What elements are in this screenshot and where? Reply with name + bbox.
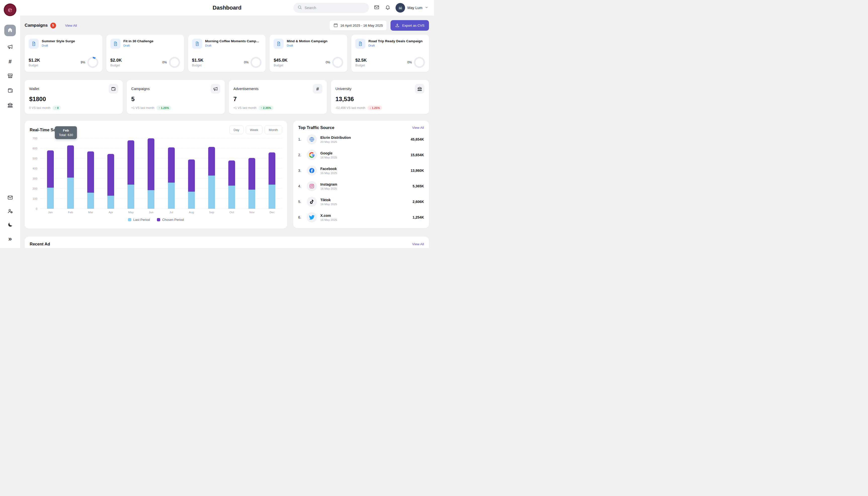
sidebar-item-store[interactable] (6, 72, 14, 80)
traffic-date: 16 May 2025 (320, 218, 409, 221)
stat-card-wallet[interactable]: Wallet $1800 0 VS last month ↑ 0 (25, 80, 123, 114)
chart-range-week[interactable]: Week (246, 125, 263, 134)
document-icon (110, 39, 121, 49)
sidebar-item-home[interactable] (4, 25, 16, 36)
chart-bar-oct[interactable] (222, 138, 242, 209)
megaphone-icon (211, 84, 220, 94)
chart-bar-jan[interactable] (40, 138, 60, 209)
campaign-budget: $2.0K (110, 58, 122, 63)
traffic-name: Google (320, 151, 407, 155)
chart-bar-sep[interactable] (201, 138, 222, 209)
campaign-budget: $1.2K (29, 58, 40, 63)
sidebar-item-dark-mode[interactable] (6, 221, 14, 229)
campaign-budget: $1.5K (192, 58, 203, 63)
sidebar-collapse-toggle[interactable]: » (6, 234, 14, 243)
y-tick-label: 500 (33, 157, 37, 160)
chart-range-month[interactable]: Month (265, 125, 282, 134)
search-input[interactable] (304, 6, 365, 10)
chosen-period-segment (188, 159, 195, 192)
campaign-card[interactable]: Fit in 30 Challenge Draft $2.0K Budget 0… (106, 35, 184, 72)
traffic-row[interactable]: 1. Elcrin Distribution 20 May 2025 45,65… (298, 131, 424, 147)
chart-bar-mar[interactable] (80, 138, 100, 209)
google-icon (307, 150, 317, 160)
traffic-view-all-link[interactable]: View All (412, 126, 424, 129)
campaign-card[interactable]: Summer Style Surge Draft $1.2K Budget 9% (25, 35, 102, 72)
y-tick-label: 600 (33, 147, 37, 150)
sidebar-item-account-settings[interactable] (6, 207, 14, 216)
chart-range-day[interactable]: Day (229, 125, 244, 134)
university-icon (7, 102, 13, 109)
stat-trend-badge: ↑ 0 (52, 106, 61, 110)
last-period-segment (249, 190, 255, 209)
campaign-card[interactable]: Mind & Motion Campaign Draft $45.0K Budg… (270, 35, 347, 72)
progress-ring (169, 57, 180, 68)
y-tick-label: 0 (36, 207, 37, 210)
last-period-segment (188, 192, 195, 209)
sidebar-item-advertisements[interactable]: # (6, 57, 14, 66)
user-menu[interactable]: ☠ May Lum (396, 3, 428, 13)
traffic-value: 1,254K (413, 215, 424, 219)
traffic-row[interactable]: 6. X.com 16 May 2025 1,254K (298, 210, 424, 225)
chart-bar-aug[interactable] (181, 138, 201, 209)
home-icon (7, 27, 13, 34)
page-title: Dashboard (213, 4, 242, 11)
moon-icon (7, 222, 13, 229)
export-cvs-button[interactable]: Export as CVS (391, 20, 429, 31)
last-period-segment (168, 183, 175, 209)
chart-bar-nov[interactable] (242, 138, 262, 209)
campaign-status: Draft (368, 44, 423, 47)
chart-bar-jul[interactable] (161, 138, 181, 209)
x-tick-label: May (121, 211, 141, 214)
campaign-status: Draft (42, 44, 75, 47)
sidebar-item-campaigns[interactable] (6, 43, 14, 51)
traffic-row[interactable]: 4. Instagram 16 May 2025 5,365K (298, 178, 424, 194)
stat-card-campaigns[interactable]: Campaigns 5 +1 VS last month ↑ 1.25% (127, 80, 225, 114)
chart-bar-apr[interactable] (101, 138, 121, 209)
chart-bar-dec[interactable] (262, 138, 282, 209)
top-traffic-card: Top Traffic Source View All 1. Elcrin Di… (293, 121, 429, 228)
y-tick-label: 200 (33, 187, 37, 190)
recent-ad-view-all-link[interactable]: View All (412, 242, 424, 246)
x-tick-label: Sep (201, 211, 222, 214)
date-range-button[interactable]: 16 April 2025 - 16 May 2025 (329, 20, 387, 31)
campaign-card[interactable]: Morning Coffee Moments Camp... Draft $1.… (188, 35, 266, 72)
campaigns-view-all-link[interactable]: View All (65, 24, 77, 27)
traffic-row[interactable]: 3. Facebook 16 May 2025 13,860K (298, 163, 424, 178)
stat-card-university[interactable]: University 13,536 -02,456 VS last month … (331, 80, 429, 114)
bell-icon (385, 4, 391, 11)
campaign-card[interactable]: Road Trip Ready Deals Campaign Draft $2.… (351, 35, 429, 72)
stat-card-advertisements[interactable]: Advertisements # 7 +1 VS last month ↑ 2.… (229, 80, 327, 114)
stat-trend-badge: ↓ 1.25% (367, 106, 382, 110)
progress-ring (414, 57, 425, 68)
download-icon (395, 23, 399, 28)
chart-bar-jun[interactable] (141, 138, 161, 209)
mail-icon (7, 195, 13, 201)
app-logo[interactable]: e (4, 3, 16, 16)
chart-bar-feb[interactable] (60, 138, 80, 209)
sidebar-item-wallet[interactable] (6, 87, 14, 95)
chart-range-group: Day Week Month (229, 125, 282, 134)
x-tick-label: Oct (222, 211, 242, 214)
sidebar-item-university[interactable] (6, 101, 14, 110)
campaign-percent: 9% (81, 61, 85, 64)
progress-ring (87, 57, 98, 68)
traffic-title: Top Traffic Source (298, 125, 334, 130)
messages-button[interactable] (374, 4, 380, 11)
campaign-name: Fit in 30 Challenge (124, 39, 153, 43)
budget-label: Budget (29, 64, 40, 67)
document-icon (192, 39, 202, 49)
traffic-row[interactable]: 5. Tiktok 16 May 2025 2,606K (298, 194, 424, 210)
traffic-row[interactable]: 2. Google 16 May 2025 15,654K (298, 147, 424, 163)
last-period-segment (107, 196, 114, 209)
chart-plot (40, 138, 282, 209)
traffic-name: Facebook (320, 167, 407, 171)
stat-sub-text: 0 VS last month (29, 106, 50, 110)
search-bar[interactable] (294, 3, 369, 13)
traffic-value: 13,860K (411, 169, 424, 172)
campaign-name: Morning Coffee Moments Camp... (205, 39, 259, 43)
notifications-button[interactable] (384, 4, 391, 11)
sidebar-item-messages[interactable] (6, 194, 14, 202)
campaign-percent: 0% (244, 61, 249, 64)
wallet-icon (109, 84, 118, 94)
chart-bar-may[interactable] (121, 138, 141, 209)
